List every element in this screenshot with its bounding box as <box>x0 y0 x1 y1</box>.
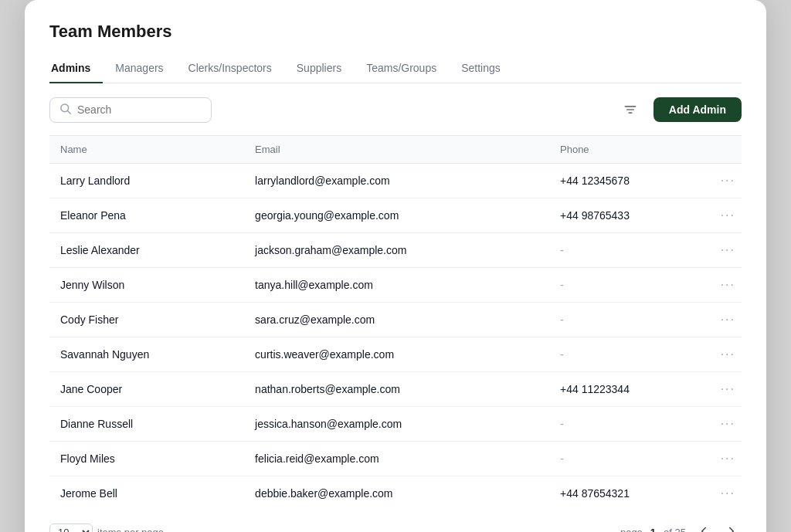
cell-phone: +44 87654321 <box>549 476 710 510</box>
tab-suppliers[interactable]: Suppliers <box>284 56 354 83</box>
row-actions-button[interactable]: ··· <box>710 267 742 302</box>
toolbar: Add Admin <box>49 97 742 123</box>
cell-email: jackson.graham@example.com <box>244 232 549 267</box>
cell-email: curtis.weaver@example.com <box>244 337 549 371</box>
filter-icon <box>623 102 638 117</box>
row-actions-button[interactable]: ··· <box>710 476 742 510</box>
table-row: Larry Landlord larrylandlord@example.com… <box>49 163 742 198</box>
table-row: Dianne Russell jessica.hanson@example.co… <box>49 406 742 441</box>
next-page-button[interactable] <box>721 523 742 533</box>
table-row: Cody Fisher sara.cruz@example.com - ··· <box>49 302 742 337</box>
cell-phone: - <box>549 302 710 337</box>
filter-button[interactable] <box>616 97 644 122</box>
cell-phone: - <box>549 441 710 476</box>
cell-email: felicia.reid@example.com <box>244 441 549 476</box>
cell-name: Floyd Miles <box>49 441 244 476</box>
cell-name: Dianne Russell <box>49 406 244 441</box>
prev-page-button[interactable] <box>694 523 714 533</box>
current-page: 1 <box>650 527 656 532</box>
cell-name: Savannah Nguyen <box>49 337 244 371</box>
cell-name: Leslie Alexander <box>49 232 244 267</box>
page-title: Team Members <box>49 22 742 42</box>
table-row: Leslie Alexander jackson.graham@example.… <box>49 232 742 267</box>
row-actions-button[interactable]: ··· <box>710 163 742 198</box>
table-header-row: Name Email Phone <box>49 135 742 163</box>
cell-email: sara.cruz@example.com <box>244 302 549 337</box>
tab-nav: Admins Managers Clerks/Inspectors Suppli… <box>49 56 742 83</box>
table-row: Savannah Nguyen curtis.weaver@example.co… <box>49 337 742 371</box>
search-wrapper <box>49 97 212 123</box>
search-icon <box>59 103 71 117</box>
col-email: Email <box>244 135 549 163</box>
tab-managers[interactable]: Managers <box>103 56 175 83</box>
cell-phone: - <box>549 267 710 302</box>
col-actions <box>710 135 742 163</box>
table-row: Jenny Wilson tanya.hill@example.com - ··… <box>49 267 742 302</box>
cell-email: larrylandlord@example.com <box>244 163 549 198</box>
cell-phone: +44 98765433 <box>549 198 710 232</box>
table-row: Jane Cooper nathan.roberts@example.com +… <box>49 371 742 406</box>
cell-email: nathan.roberts@example.com <box>244 371 549 406</box>
table-footer: 10 25 50 100 items per page page 1 of 25 <box>49 523 742 533</box>
chevron-left-icon <box>697 524 711 533</box>
row-actions-button[interactable]: ··· <box>710 232 742 267</box>
cell-name: Jenny Wilson <box>49 267 244 302</box>
cell-name: Eleanor Pena <box>49 198 244 232</box>
row-actions-button[interactable]: ··· <box>710 441 742 476</box>
row-actions-button[interactable]: ··· <box>710 198 742 232</box>
cell-phone: +44 12345678 <box>549 163 710 198</box>
row-actions-button[interactable]: ··· <box>710 371 742 406</box>
row-actions-button[interactable]: ··· <box>710 337 742 371</box>
col-name: Name <box>49 135 244 163</box>
tab-settings[interactable]: Settings <box>449 56 513 83</box>
cell-name: Cody Fisher <box>49 302 244 337</box>
search-input[interactable] <box>77 103 202 116</box>
pagination-section: page 1 of 25 <box>620 523 742 533</box>
per-page-section: 10 25 50 100 items per page <box>49 524 164 532</box>
per-page-select[interactable]: 10 25 50 100 <box>49 524 93 532</box>
svg-line-1 <box>68 110 71 114</box>
cell-phone: - <box>549 406 710 441</box>
cell-email: debbie.baker@example.com <box>244 476 549 510</box>
members-table: Name Email Phone Larry Landlord larrylan… <box>49 135 742 510</box>
cell-name: Larry Landlord <box>49 163 244 198</box>
per-page-label: items per page <box>97 527 164 532</box>
total-pages: of 25 <box>664 527 686 532</box>
table-row: Eleanor Pena georgia.young@example.com +… <box>49 198 742 232</box>
row-actions-button[interactable]: ··· <box>710 302 742 337</box>
cell-name: Jerome Bell <box>49 476 244 510</box>
toolbar-right: Add Admin <box>616 97 742 122</box>
cell-name: Jane Cooper <box>49 371 244 406</box>
add-admin-button[interactable]: Add Admin <box>654 97 742 122</box>
tab-clerks[interactable]: Clerks/Inspectors <box>176 56 284 83</box>
cell-email: tanya.hill@example.com <box>244 267 549 302</box>
cell-email: georgia.young@example.com <box>244 198 549 232</box>
cell-phone: - <box>549 232 710 267</box>
table-row: Floyd Miles felicia.reid@example.com - ·… <box>49 441 742 476</box>
tab-admins[interactable]: Admins <box>49 56 103 83</box>
row-actions-button[interactable]: ··· <box>710 406 742 441</box>
main-card: Team Members Admins Managers Clerks/Insp… <box>25 0 766 532</box>
page-label: page <box>620 527 643 532</box>
col-phone: Phone <box>549 135 710 163</box>
cell-phone: +44 11223344 <box>549 371 710 406</box>
chevron-right-icon <box>725 524 738 533</box>
cell-phone: - <box>549 337 710 371</box>
table-row: Jerome Bell debbie.baker@example.com +44… <box>49 476 742 510</box>
cell-email: jessica.hanson@example.com <box>244 406 549 441</box>
tab-teams[interactable]: Teams/Groups <box>354 56 449 83</box>
